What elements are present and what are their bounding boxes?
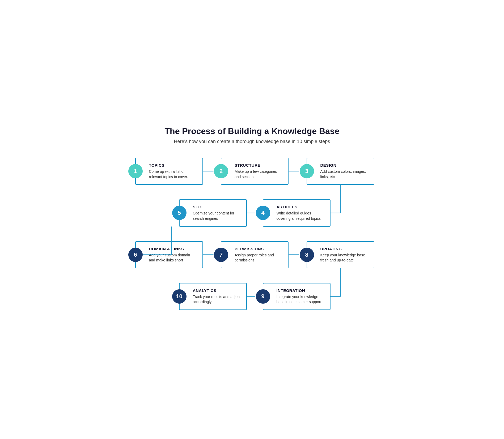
step-4-circle: 4 [256,206,270,220]
step-7-desc: Assign proper roles and permissions [235,253,283,263]
step-6-desc: Add your custom domain and make links sh… [149,253,197,263]
row-4: 10 ANALYTICS Track your results and adju… [135,283,374,310]
page-subtitle: Here's how you can create a thorough kno… [135,139,369,144]
step-10-title: ANALYTICS [193,288,241,293]
step-1-title: TOPICS [149,163,197,167]
spacer-3 [135,268,374,283]
step-8-desc: Keep your knowledge base fresh and up-to… [320,253,369,263]
step-4-box: 4 ARTICLES Write detailed guides coverin… [263,199,331,226]
step-5-circle: 5 [172,206,187,220]
step-5-desc: Optimize your content for search engines [193,211,241,221]
step-1-desc: Come up with a list of relevant topics t… [149,169,197,179]
row-1: 1 TOPICS Come up with a list of relevant… [135,158,374,185]
step-6-title: DOMAIN & LINKS [149,247,197,251]
step-1-box: 1 TOPICS Come up with a list of relevant… [135,158,203,185]
step-7-box: 7 PERMISSIONS Assign proper roles and pe… [221,241,289,268]
spacer-2 [135,227,374,241]
step-3-box: 3 DESIGN Add custom colors, images, link… [307,158,374,185]
step-3-circle: 3 [300,164,314,178]
page-header: The Process of Building a Knowledge Base… [135,126,369,144]
step-6-circle: 6 [128,248,143,262]
page-title: The Process of Building a Knowledge Base [135,126,369,136]
step-4-title: ARTICLES [277,205,325,209]
step-9-desc: Integrate your knowledge base into custo… [277,294,325,305]
step-9-box: 9 INTEGRATION Integrate your knowledge b… [263,283,331,310]
step-4-desc: Write detailed guides covering all requi… [277,211,325,221]
step-2-circle: 2 [214,164,228,178]
step-6-box: 6 DOMAIN & LINKS Add your custom domain … [135,241,203,268]
row-3: 6 DOMAIN & LINKS Add your custom domain … [135,241,374,268]
step-2-title: STRUCTURE [235,163,283,167]
step-7-circle: 7 [214,248,228,262]
step-1-circle: 1 [128,164,143,178]
step-2-box: 2 STRUCTURE Make up a few categories and… [221,158,289,185]
step-10-circle: 10 [172,289,187,304]
step-2-desc: Make up a few categories and sections. [235,169,283,179]
step-5-title: SEO [193,205,241,209]
main-container: The Process of Building a Knowledge Base… [125,116,380,323]
step-9-title: INTEGRATION [277,288,325,293]
step-7-title: PERMISSIONS [235,247,283,251]
step-3-title: DESIGN [320,163,369,167]
step-8-box: 8 UPDATING Keep your knowledge base fres… [307,241,374,268]
step-10-box: 10 ANALYTICS Track your results and adju… [179,283,247,310]
step-5-box: 5 SEO Optimize your content for search e… [179,199,247,226]
spacer-1 [135,185,374,199]
step-9-circle: 9 [256,289,270,304]
step-8-circle: 8 [300,248,314,262]
step-3-desc: Add custom colors, images, links, etc [320,169,369,179]
row-2: 5 SEO Optimize your content for search e… [135,199,374,226]
diagram: 1 TOPICS Come up with a list of relevant… [135,158,374,310]
step-8-title: UPDATING [320,247,369,251]
step-10-desc: Track your results and adjust accordingl… [193,294,241,305]
